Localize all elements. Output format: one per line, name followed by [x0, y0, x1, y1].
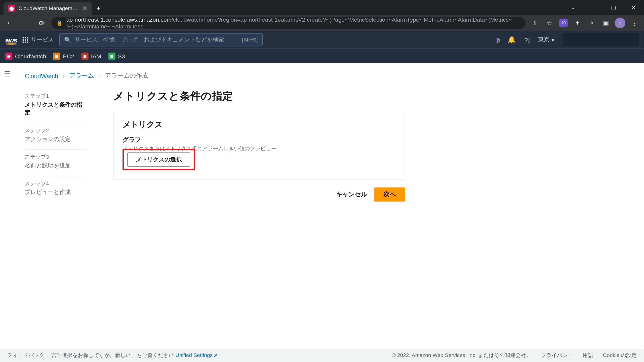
- tab-close-icon[interactable]: ✕: [82, 5, 88, 12]
- browser-toolbar: ← → ⟳ 🔒 ap-northeast-1.console.aws.amazo…: [0, 15, 644, 31]
- share-icon[interactable]: ⇪: [529, 17, 541, 29]
- highlight-annotation: メトリクスの選択: [123, 149, 195, 170]
- tabs-dropdown-icon[interactable]: ⌄: [562, 0, 583, 15]
- wizard-step-4[interactable]: ステップ4 プレビューと作成: [25, 176, 87, 202]
- side-nav-toggle[interactable]: ☰: [0, 67, 14, 81]
- cancel-button[interactable]: キャンセル: [336, 191, 367, 199]
- account-menu[interactable]: [562, 33, 638, 47]
- chevron-right-icon: ›: [98, 72, 100, 79]
- iam-icon: ◼: [81, 53, 88, 60]
- unified-settings-link[interactable]: Unified Settings⬈: [175, 352, 217, 358]
- cloudshell-icon[interactable]: ⎚: [496, 36, 500, 43]
- lock-icon: 🔒: [57, 20, 63, 26]
- graph-label: グラフ: [123, 136, 396, 144]
- browser-tab[interactable]: ⬤ CloudWatch Management Conso ✕: [4, 2, 92, 15]
- card-title: メトリクス: [123, 119, 396, 130]
- window-maximize-icon[interactable]: ▢: [603, 0, 624, 15]
- aws-service-bar: ◉CloudWatch ◼EC2 ◼IAM ◼S3: [0, 49, 644, 63]
- service-link-s3[interactable]: ◼S3: [108, 53, 125, 60]
- wizard-step-3[interactable]: ステップ3 名前と説明を追加: [25, 150, 87, 176]
- notifications-icon[interactable]: 🔔: [508, 36, 516, 44]
- feedback-link[interactable]: フィードバック: [7, 351, 44, 359]
- search-icon: 🔍: [64, 36, 71, 43]
- services-grid-icon: [22, 37, 28, 43]
- sidepanel-icon[interactable]: ▣: [600, 17, 612, 29]
- profile-avatar[interactable]: h: [614, 17, 626, 29]
- search-placeholder: サービス、特徴、ブログ、およびドキュメントなどを検索: [75, 36, 238, 44]
- cookie-link[interactable]: Cookie の設定: [603, 351, 637, 359]
- aws-footer: フィードバック 言語選択をお探しですか。新しい__をご覧ください Unified…: [0, 349, 644, 362]
- tab-favicon-icon: ⬤: [8, 5, 15, 12]
- window-minimize-icon[interactable]: ―: [583, 0, 603, 15]
- new-tab-button[interactable]: +: [92, 2, 105, 15]
- chevron-down-icon: ▾: [551, 36, 554, 43]
- search-shortcut: [Alt+S]: [242, 37, 258, 43]
- extension-icon[interactable]: ✦: [571, 17, 584, 29]
- window-close-icon[interactable]: ✕: [624, 0, 644, 15]
- service-link-ec2[interactable]: ◼EC2: [53, 53, 74, 60]
- next-button[interactable]: 次へ: [374, 187, 405, 201]
- s3-icon: ◼: [108, 53, 115, 60]
- extension-badge[interactable]: 10: [557, 17, 570, 29]
- breadcrumb: CloudWatch › アラーム › アラームの作成: [25, 72, 626, 80]
- breadcrumb-current: アラームの作成: [105, 72, 148, 80]
- copyright-text: © 2022, Amazon Web Services, Inc. またはその関…: [392, 351, 531, 359]
- breadcrumb-alarms[interactable]: アラーム: [69, 72, 94, 80]
- aws-search-input[interactable]: 🔍 サービス、特徴、ブログ、およびドキュメントなどを検索 [Alt+S]: [59, 33, 263, 47]
- url-domain: ap-northeast-1.console.aws.amazon.com: [66, 17, 172, 23]
- terms-link[interactable]: 用語: [583, 351, 593, 359]
- language-hint: 言語選択をお探しですか。新しい__をご覧ください Unified Setting…: [51, 351, 218, 359]
- wizard-step-2[interactable]: ステップ2 アクションの設定: [25, 123, 87, 150]
- reload-icon[interactable]: ⟳: [35, 19, 48, 27]
- ec2-icon: ◼: [53, 53, 60, 60]
- tab-title: CloudWatch Management Conso: [19, 5, 79, 12]
- privacy-link[interactable]: プライバシー: [541, 351, 573, 359]
- help-icon[interactable]: ?⃝: [524, 36, 530, 43]
- service-link-cloudwatch[interactable]: ◉CloudWatch: [5, 53, 46, 60]
- menu-icon[interactable]: ⋮: [628, 17, 640, 29]
- aws-top-nav: aws サービス 🔍 サービス、特徴、ブログ、およびドキュメントなどを検索 [A…: [0, 31, 644, 49]
- forward-icon[interactable]: →: [19, 19, 32, 27]
- cloudwatch-icon: ◉: [5, 53, 12, 60]
- extensions-icon[interactable]: ✧: [586, 17, 598, 29]
- metrics-card: メトリクス グラフ メトリクスまたはメトリクス式とアラームしきい値のプレビュー …: [113, 113, 405, 179]
- browser-titlebar: ⬤ CloudWatch Management Conso ✕ + ⌄ ― ▢ …: [0, 0, 644, 15]
- aws-logo[interactable]: aws: [5, 36, 17, 43]
- services-button[interactable]: サービス: [22, 36, 54, 44]
- service-link-iam[interactable]: ◼IAM: [81, 53, 101, 60]
- page-title: メトリクスと条件の指定: [113, 89, 405, 103]
- back-icon[interactable]: ←: [4, 19, 16, 27]
- breadcrumb-cloudwatch[interactable]: CloudWatch: [25, 72, 58, 79]
- chevron-right-icon: ›: [63, 72, 65, 79]
- external-link-icon: ⬈: [214, 352, 218, 358]
- wizard-steps: ステップ1 メトリクスと条件の指定 ステップ2 アクションの設定 ステップ3 名…: [25, 89, 87, 202]
- select-metric-button[interactable]: メトリクスの選択: [127, 153, 190, 167]
- region-selector[interactable]: 東京 ▾: [538, 36, 554, 44]
- star-icon[interactable]: ☆: [543, 17, 555, 29]
- url-bar[interactable]: 🔒 ap-northeast-1.console.aws.amazon.com/…: [51, 17, 526, 29]
- wizard-step-1[interactable]: ステップ1 メトリクスと条件の指定: [25, 89, 87, 123]
